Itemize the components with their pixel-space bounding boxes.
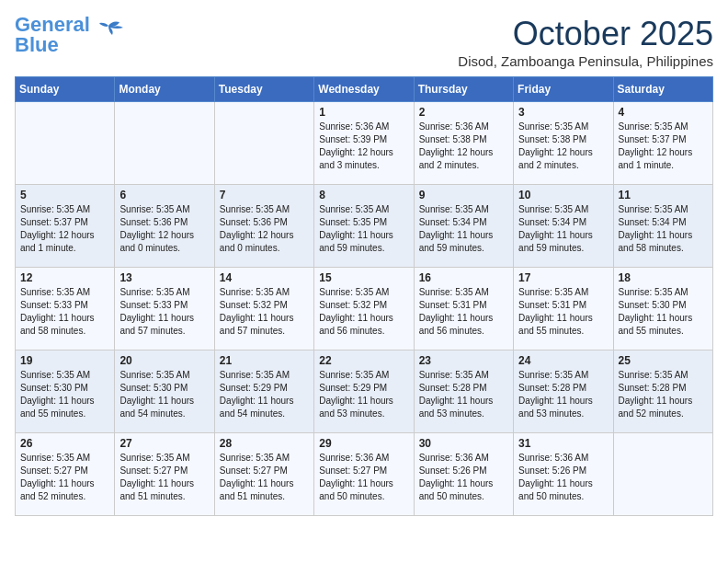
calendar-day-cell: 2Sunrise: 5:36 AMSunset: 5:38 PMDaylight… [414, 102, 513, 185]
calendar-day-cell: 22Sunrise: 5:35 AMSunset: 5:29 PMDayligh… [314, 350, 414, 433]
day-number: 12 [20, 271, 109, 284]
calendar-day-cell: 6Sunrise: 5:35 AMSunset: 5:36 PMDaylight… [115, 185, 214, 268]
day-number: 15 [319, 271, 408, 284]
calendar-header-cell: Sunday [16, 77, 115, 102]
day-number: 6 [119, 189, 209, 201]
day-number: 26 [20, 437, 109, 450]
day-number: 8 [319, 189, 408, 201]
day-number: 24 [518, 354, 608, 367]
title-block: October 2025 Disod, Zamboanga Peninsula,… [458, 15, 713, 69]
day-number: 14 [220, 271, 309, 284]
calendar-day-cell: 16Sunrise: 5:35 AMSunset: 5:31 PMDayligh… [414, 268, 513, 350]
location-title: Disod, Zamboanga Peninsula, Philippines [458, 53, 713, 69]
day-info: Sunrise: 5:36 AMSunset: 5:26 PMDaylight:… [419, 452, 508, 503]
calendar-day-cell: 30Sunrise: 5:36 AMSunset: 5:26 PMDayligh… [414, 433, 513, 516]
logo: GeneralBlue [15, 15, 125, 55]
day-info: Sunrise: 5:35 AMSunset: 5:38 PMDaylight:… [518, 121, 608, 172]
day-number: 25 [619, 354, 708, 367]
calendar-day-cell [613, 433, 712, 516]
day-info: Sunrise: 5:35 AMSunset: 5:27 PMDaylight:… [119, 452, 209, 503]
calendar-day-cell: 25Sunrise: 5:35 AMSunset: 5:28 PMDayligh… [613, 350, 712, 433]
calendar-day-cell: 14Sunrise: 5:35 AMSunset: 5:32 PMDayligh… [214, 268, 313, 350]
calendar-day-cell: 12Sunrise: 5:35 AMSunset: 5:33 PMDayligh… [16, 268, 115, 350]
day-number: 13 [119, 271, 209, 284]
day-number: 18 [619, 271, 708, 284]
calendar-day-cell: 31Sunrise: 5:36 AMSunset: 5:26 PMDayligh… [514, 433, 613, 516]
day-number: 20 [119, 354, 209, 367]
day-info: Sunrise: 5:35 AMSunset: 5:29 PMDaylight:… [220, 369, 309, 420]
day-info: Sunrise: 5:36 AMSunset: 5:39 PMDaylight:… [319, 121, 408, 172]
calendar-header-row: SundayMondayTuesdayWednesdayThursdayFrid… [16, 77, 713, 102]
calendar-week-row: 1Sunrise: 5:36 AMSunset: 5:39 PMDaylight… [16, 102, 713, 185]
calendar-header-cell: Monday [115, 77, 214, 102]
day-info: Sunrise: 5:35 AMSunset: 5:29 PMDaylight:… [319, 369, 408, 420]
calendar-week-row: 5Sunrise: 5:35 AMSunset: 5:37 PMDaylight… [16, 185, 713, 268]
day-info: Sunrise: 5:35 AMSunset: 5:32 PMDaylight:… [319, 286, 408, 338]
day-info: Sunrise: 5:35 AMSunset: 5:30 PMDaylight:… [619, 286, 708, 338]
calendar-day-cell: 13Sunrise: 5:35 AMSunset: 5:33 PMDayligh… [115, 268, 214, 350]
calendar-day-cell [16, 102, 115, 185]
calendar-day-cell: 27Sunrise: 5:35 AMSunset: 5:27 PMDayligh… [115, 433, 214, 516]
calendar-header-cell: Friday [514, 77, 613, 102]
day-number: 9 [419, 189, 508, 201]
day-info: Sunrise: 5:35 AMSunset: 5:30 PMDaylight:… [20, 369, 109, 420]
page-header: GeneralBlue October 2025 Disod, Zamboang… [15, 15, 713, 69]
calendar-table: SundayMondayTuesdayWednesdayThursdayFrid… [15, 76, 713, 516]
day-number: 28 [220, 437, 309, 450]
day-info: Sunrise: 5:35 AMSunset: 5:34 PMDaylight:… [619, 203, 708, 255]
day-info: Sunrise: 5:35 AMSunset: 5:34 PMDaylight:… [419, 203, 508, 255]
day-info: Sunrise: 5:35 AMSunset: 5:31 PMDaylight:… [419, 286, 508, 338]
day-info: Sunrise: 5:35 AMSunset: 5:28 PMDaylight:… [619, 369, 708, 420]
calendar-day-cell: 21Sunrise: 5:35 AMSunset: 5:29 PMDayligh… [214, 350, 313, 433]
calendar-day-cell: 11Sunrise: 5:35 AMSunset: 5:34 PMDayligh… [613, 185, 712, 268]
day-info: Sunrise: 5:36 AMSunset: 5:27 PMDaylight:… [319, 452, 408, 503]
calendar-day-cell: 17Sunrise: 5:35 AMSunset: 5:31 PMDayligh… [514, 268, 613, 350]
day-number: 4 [619, 106, 708, 119]
calendar-week-row: 12Sunrise: 5:35 AMSunset: 5:33 PMDayligh… [16, 268, 713, 350]
day-info: Sunrise: 5:35 AMSunset: 5:36 PMDaylight:… [220, 203, 309, 255]
calendar-body: 1Sunrise: 5:36 AMSunset: 5:39 PMDaylight… [16, 102, 713, 516]
day-info: Sunrise: 5:35 AMSunset: 5:37 PMDaylight:… [619, 121, 708, 172]
day-number: 29 [319, 437, 408, 450]
calendar-day-cell: 19Sunrise: 5:35 AMSunset: 5:30 PMDayligh… [16, 350, 115, 433]
calendar-week-row: 19Sunrise: 5:35 AMSunset: 5:30 PMDayligh… [16, 350, 713, 433]
calendar-day-cell: 23Sunrise: 5:35 AMSunset: 5:28 PMDayligh… [414, 350, 513, 433]
day-info: Sunrise: 5:35 AMSunset: 5:34 PMDaylight:… [518, 203, 608, 255]
day-info: Sunrise: 5:36 AMSunset: 5:38 PMDaylight:… [419, 121, 508, 172]
day-number: 21 [220, 354, 309, 367]
calendar-header-cell: Wednesday [314, 77, 414, 102]
day-number: 23 [419, 354, 508, 367]
day-number: 1 [319, 106, 408, 119]
calendar-day-cell: 29Sunrise: 5:36 AMSunset: 5:27 PMDayligh… [314, 433, 414, 516]
calendar-day-cell [214, 102, 313, 185]
calendar-day-cell: 5Sunrise: 5:35 AMSunset: 5:37 PMDaylight… [16, 185, 115, 268]
calendar-day-cell: 7Sunrise: 5:35 AMSunset: 5:36 PMDaylight… [214, 185, 313, 268]
calendar-day-cell [115, 102, 214, 185]
calendar-day-cell: 4Sunrise: 5:35 AMSunset: 5:37 PMDaylight… [613, 102, 712, 185]
day-number: 16 [419, 271, 508, 284]
day-number: 5 [20, 189, 109, 201]
calendar-day-cell: 1Sunrise: 5:36 AMSunset: 5:39 PMDaylight… [314, 102, 414, 185]
day-info: Sunrise: 5:35 AMSunset: 5:37 PMDaylight:… [20, 203, 109, 255]
day-number: 27 [119, 437, 209, 450]
day-info: Sunrise: 5:35 AMSunset: 5:35 PMDaylight:… [319, 203, 408, 255]
calendar-day-cell: 9Sunrise: 5:35 AMSunset: 5:34 PMDaylight… [414, 185, 513, 268]
calendar-day-cell: 24Sunrise: 5:35 AMSunset: 5:28 PMDayligh… [514, 350, 613, 433]
day-info: Sunrise: 5:35 AMSunset: 5:33 PMDaylight:… [119, 286, 209, 338]
calendar-day-cell: 8Sunrise: 5:35 AMSunset: 5:35 PMDaylight… [314, 185, 414, 268]
day-number: 17 [518, 271, 608, 284]
calendar-day-cell: 15Sunrise: 5:35 AMSunset: 5:32 PMDayligh… [314, 268, 414, 350]
calendar-day-cell: 10Sunrise: 5:35 AMSunset: 5:34 PMDayligh… [514, 185, 613, 268]
day-number: 7 [220, 189, 309, 201]
day-info: Sunrise: 5:35 AMSunset: 5:30 PMDaylight:… [119, 369, 209, 420]
day-info: Sunrise: 5:35 AMSunset: 5:27 PMDaylight:… [20, 452, 109, 503]
calendar-header-cell: Thursday [414, 77, 513, 102]
day-number: 19 [20, 354, 109, 367]
day-number: 2 [419, 106, 508, 119]
calendar-week-row: 26Sunrise: 5:35 AMSunset: 5:27 PMDayligh… [16, 433, 713, 516]
day-number: 30 [419, 437, 508, 450]
day-info: Sunrise: 5:35 AMSunset: 5:32 PMDaylight:… [220, 286, 309, 338]
day-number: 10 [518, 189, 608, 201]
day-number: 3 [518, 106, 608, 119]
calendar-header-cell: Tuesday [214, 77, 313, 102]
